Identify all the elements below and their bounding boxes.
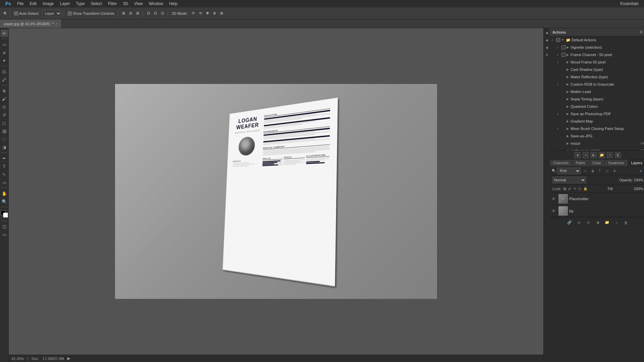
layer-fx-btn[interactable]: fx <box>576 219 582 226</box>
eraser-tool[interactable]: ◻ <box>1 119 8 127</box>
crop-tool[interactable]: ⊡ <box>1 68 8 75</box>
screen-mode-btn[interactable]: ▭ <box>1 231 8 238</box>
layer-delete-btn[interactable]: 🗑 <box>623 219 629 226</box>
lock-artboard-btn[interactable]: ◎ <box>578 187 581 190</box>
menu-filter[interactable]: Filter <box>105 1 120 7</box>
lock-pixels-btn[interactable]: 🖌 <box>568 187 572 190</box>
document-tab[interactable]: paper.jpg @ 42,3% (RGB/8) * × <box>0 19 62 28</box>
menu-image[interactable]: Image <box>40 1 56 7</box>
layer-eye-bg[interactable]: 👁 <box>552 209 557 213</box>
background-color[interactable] <box>3 213 8 218</box>
path-select-tool[interactable]: ↖ <box>1 171 8 178</box>
heal-tool[interactable]: ⊕ <box>1 87 8 94</box>
delete-action-btn[interactable]: 🗑 <box>615 152 621 158</box>
lasso-tool[interactable]: ⌀ <box>1 49 8 56</box>
action-cast-shadow[interactable]: ▶ Cast Shadow (type) <box>555 66 644 73</box>
shape-tool[interactable]: ▭ <box>1 179 8 186</box>
action-mixer[interactable]: ✓ ▶ Mixer Brush Cloning Paint Setup <box>555 125 644 132</box>
layer-mask-btn[interactable]: ◎ <box>585 219 592 226</box>
gradient-tool[interactable]: ▤ <box>1 127 8 135</box>
layer-filter-select[interactable]: Kind <box>557 168 581 174</box>
tab-close-btn[interactable]: × <box>55 22 57 26</box>
3d-slide-btn[interactable]: ⊕ <box>212 10 217 16</box>
menu-select[interactable]: Select <box>88 1 105 7</box>
auto-select-type[interactable]: Layer <box>42 10 61 17</box>
filter-type-btn[interactable]: T <box>597 168 603 174</box>
history-brush-tool[interactable]: ↺ <box>1 111 8 119</box>
action-quadrant[interactable]: ▶ Quadrant Colors <box>555 103 644 110</box>
tab-color[interactable]: Color <box>589 160 605 166</box>
3d-scale-btn[interactable]: ⊞ <box>219 10 224 16</box>
collapse-btn-4[interactable]: ⚙ <box>544 52 550 58</box>
menu-layer[interactable]: Layer <box>57 1 73 7</box>
lock-position-btn[interactable]: ✛ <box>574 187 576 190</box>
action-resize[interactable]: ▶ resize F4 <box>555 140 644 147</box>
stop-action-btn[interactable]: ■ <box>575 152 581 158</box>
menu-file[interactable]: File <box>14 1 26 7</box>
collapse-btn-3[interactable]: ◀ <box>544 44 550 50</box>
transform-check[interactable] <box>68 11 72 15</box>
filter-adjustment-btn[interactable]: ◑ <box>589 168 595 174</box>
3d-pan-btn[interactable]: ✥ <box>205 10 210 16</box>
opacity-value[interactable]: 100% <box>634 178 643 182</box>
layer-group-btn[interactable]: 📁 <box>604 219 610 226</box>
marquee-tool[interactable]: ▭ <box>1 41 8 48</box>
fill-value[interactable]: 100% <box>634 187 643 191</box>
pen-tool[interactable]: ✒ <box>1 154 8 162</box>
distribute-right-btn[interactable]: ⊡ <box>160 10 165 16</box>
action-default-actions[interactable]: ✓ □ ▼ 📁 Default Actions <box>550 36 644 44</box>
new-action-set-btn[interactable]: 📁 <box>599 152 605 158</box>
actions-menu-btn[interactable]: ☰ <box>639 30 643 34</box>
layer-bg[interactable]: 👁 bg <box>550 205 644 217</box>
clone-tool[interactable]: ⊙ <box>1 103 8 110</box>
blend-mode-select[interactable]: Normal <box>552 177 586 183</box>
action-redlayer[interactable]: ✓ ▼ redlayer (x origin) F2 <box>555 147 644 150</box>
canvas-wrapper[interactable]: LOGANWEAFER GRAPHIC DESIGNER CONTACT <box>9 28 543 355</box>
action-savejpg[interactable]: ▶ Save-as-JPG <box>555 132 644 140</box>
3d-orbit-btn[interactable]: ⟳ <box>191 10 196 16</box>
record-action-btn[interactable]: ● <box>583 152 589 158</box>
auto-select-check[interactable] <box>14 11 18 15</box>
filter-toggle-btn[interactable]: ● <box>638 168 644 174</box>
align-left-btn[interactable]: ⊞ <box>121 10 126 16</box>
new-action-btn[interactable]: + <box>607 152 613 158</box>
collapse-btn-2[interactable]: ◀ <box>544 37 550 43</box>
align-right-btn[interactable]: ⊞ <box>135 10 141 16</box>
zoom-tool[interactable]: 🔍 <box>1 198 8 205</box>
play-action-btn[interactable]: ▶ <box>591 152 597 158</box>
show-transform-toggle[interactable]: Show Transform Controls <box>66 11 116 16</box>
action-vignette[interactable]: ✓ ▶ Vignette (selection) <box>555 44 644 51</box>
align-center-btn[interactable]: ⊟ <box>128 10 133 16</box>
magic-wand-tool[interactable]: ✦ <box>1 57 8 64</box>
filter-shape-btn[interactable]: ◻ <box>604 168 610 174</box>
action-frame-channel[interactable]: ✓ ▶ Frame Channel - 50 pixel <box>555 51 644 58</box>
menu-view[interactable]: View <box>131 1 146 7</box>
menu-edit[interactable]: Edit <box>27 1 39 7</box>
layer-adjustment-btn[interactable]: ◑ <box>594 219 601 226</box>
distribute-left-btn[interactable]: ⊡ <box>146 10 151 16</box>
move-tool[interactable]: ✛ <box>1 30 8 37</box>
menu-window[interactable]: Window <box>146 1 166 7</box>
menu-3d[interactable]: 3D <box>120 1 131 7</box>
auto-select-checkbox[interactable]: Auto-Select: <box>13 11 41 16</box>
filter-smart-btn[interactable]: ⊕ <box>611 168 618 174</box>
menu-help[interactable]: Help <box>166 1 180 7</box>
action-gradient-map[interactable]: ▶ Gradient Map <box>555 118 644 125</box>
layer-eye-placeholder[interactable]: 👁 <box>552 197 557 201</box>
layer-link-btn[interactable]: 🔗 <box>566 219 573 226</box>
dodge-tool[interactable]: ◑ <box>1 143 8 151</box>
menu-type[interactable]: Type <box>73 1 88 7</box>
action-wood-frame[interactable]: ✓ ▶ Wood Frame 50 pixel <box>555 58 644 66</box>
3d-roll-btn[interactable]: ⟲ <box>198 10 203 16</box>
filter-pixel-btn[interactable]: ▭ <box>582 168 588 174</box>
workspace-label[interactable]: Essentials <box>618 1 641 7</box>
tab-layers[interactable]: Layers <box>628 160 644 166</box>
color-swatches[interactable] <box>1 210 8 218</box>
status-arrow[interactable]: ▶ <box>67 356 70 361</box>
hand-tool[interactable]: ✋ <box>1 190 8 197</box>
layer-placeholder[interactable]: 👁 ⊕ Placeholder <box>550 193 644 205</box>
blur-tool[interactable]: ◌ <box>1 135 8 143</box>
tab-swatches[interactable]: Swatches <box>605 160 628 166</box>
quick-mask-btn[interactable]: ◫ <box>1 223 8 230</box>
action-water[interactable]: ▶ Water Reflection (type) <box>555 73 644 81</box>
